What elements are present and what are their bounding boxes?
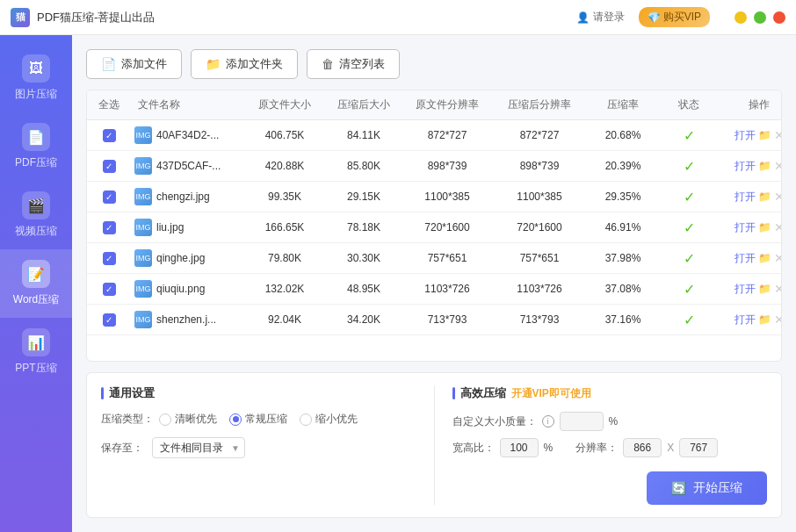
folder-icon[interactable]: 📁 bbox=[758, 129, 771, 141]
table-row: ✓ IMG liu.jpg 166.65K 78.18K 720*1600 72… bbox=[87, 212, 781, 243]
sidebar-item-image-compress[interactable]: 🖼 图片压缩 bbox=[0, 44, 72, 112]
diamond-icon: 💎 bbox=[648, 11, 661, 24]
header-select-all[interactable]: 全选 bbox=[87, 97, 131, 112]
option-clear-priority[interactable]: 清晰优先 bbox=[159, 412, 217, 427]
row-checkbox[interactable]: ✓ bbox=[87, 252, 131, 265]
delete-icon[interactable]: ✕ bbox=[774, 190, 782, 204]
open-file-button[interactable]: 打开 bbox=[734, 159, 756, 174]
res-width-input[interactable] bbox=[623, 438, 662, 457]
delete-icon[interactable]: ✕ bbox=[774, 251, 782, 265]
login-button[interactable]: 👤 请登录 bbox=[576, 10, 625, 25]
row-status: ✓ bbox=[658, 158, 720, 175]
row-checkbox[interactable]: ✓ bbox=[87, 313, 131, 327]
save-select-wrap: 文件相同目录 ▼ bbox=[152, 437, 245, 458]
open-file-button[interactable]: 打开 bbox=[734, 128, 756, 143]
open-file-button[interactable]: 打开 bbox=[734, 190, 756, 205]
add-folder-icon: 📁 bbox=[206, 57, 221, 71]
row-comp-size: 34.20K bbox=[324, 313, 403, 326]
row-ratio: 46.91% bbox=[588, 221, 658, 234]
pdf-compress-icon: 📄 bbox=[22, 123, 50, 151]
toolbar: 📄 添加文件 📁 添加文件夹 🗑 清空列表 bbox=[86, 49, 782, 79]
folder-icon[interactable]: 📁 bbox=[758, 160, 771, 172]
add-folder-button[interactable]: 📁 添加文件夹 bbox=[191, 49, 298, 79]
compress-type-row: 压缩类型： 清晰优先 常规压缩 缩小优先 bbox=[101, 412, 416, 427]
row-checkbox[interactable]: ✓ bbox=[87, 191, 131, 204]
sidebar-item-video-compress[interactable]: 🎬 视频压缩 bbox=[0, 181, 72, 249]
row-comp-res: 898*739 bbox=[491, 160, 588, 172]
maximize-button[interactable]: □ bbox=[754, 11, 766, 24]
sidebar-item-pdf-compress[interactable]: 📄 PDF压缩 bbox=[0, 112, 72, 181]
row-orig-size: 132.02K bbox=[245, 283, 324, 295]
delete-icon[interactable]: ✕ bbox=[774, 220, 782, 234]
row-comp-size: 84.11K bbox=[324, 129, 403, 141]
table-row: ✓ IMG 40AF34D2-... 406.75K 84.11K 872*72… bbox=[87, 120, 781, 151]
vip-button[interactable]: 💎 购买VIP bbox=[639, 7, 710, 27]
folder-icon[interactable]: 📁 bbox=[758, 191, 771, 203]
folder-icon[interactable]: 📁 bbox=[758, 252, 771, 264]
option-normal-compress[interactable]: 常规压缩 bbox=[229, 412, 287, 427]
delete-icon[interactable]: ✕ bbox=[774, 282, 782, 296]
row-comp-size: 30.30K bbox=[324, 252, 403, 264]
res-height-input[interactable] bbox=[679, 438, 718, 457]
sidebar-label-video: 视频压缩 bbox=[15, 224, 57, 239]
row-filename: IMG 40AF34D2-... bbox=[131, 126, 245, 144]
table-body: ✓ IMG 40AF34D2-... 406.75K 84.11K 872*72… bbox=[87, 120, 781, 361]
add-file-button[interactable]: 📄 添加文件 bbox=[86, 49, 182, 79]
row-comp-res: 713*793 bbox=[491, 313, 588, 326]
save-location-select[interactable]: 文件相同目录 bbox=[152, 437, 245, 458]
table-header: 全选 文件名称 原文件大小 压缩后大小 原文件分辨率 压缩后分辨率 bbox=[87, 90, 781, 120]
table-row: ✓ IMG chengzi.jpg 99.35K 29.15K 1100*385… bbox=[87, 182, 781, 212]
start-compress-button[interactable]: 🔄 开始压缩 bbox=[647, 471, 767, 505]
row-checkbox[interactable]: ✓ bbox=[87, 283, 131, 296]
close-button[interactable]: ✕ bbox=[773, 11, 785, 24]
info-icon[interactable]: i bbox=[542, 415, 554, 428]
minimize-button[interactable]: — bbox=[734, 11, 747, 24]
title-controls: 👤 请登录 💎 购买VIP — □ ✕ bbox=[576, 7, 785, 27]
folder-icon[interactable]: 📁 bbox=[758, 313, 771, 326]
sidebar-label-image: 图片压缩 bbox=[15, 87, 57, 102]
window-controls: — □ ✕ bbox=[734, 11, 785, 24]
open-file-button[interactable]: 打开 bbox=[734, 313, 756, 327]
high-eff-title: 高效压缩 开通VIP即可使用 bbox=[452, 385, 768, 401]
radio-circle-normal bbox=[229, 413, 242, 426]
quality-input[interactable] bbox=[560, 412, 604, 431]
row-ratio: 37.98% bbox=[588, 252, 658, 264]
file-icon: IMG bbox=[134, 126, 152, 144]
folder-icon[interactable]: 📁 bbox=[758, 221, 771, 234]
open-file-button[interactable]: 打开 bbox=[734, 220, 756, 235]
high-eff-settings: 高效压缩 开通VIP即可使用 自定义大小质量： i % 宽高比： % 分辨率： … bbox=[435, 385, 768, 505]
row-comp-res: 720*1600 bbox=[491, 221, 588, 234]
quality-row: 自定义大小质量： i % bbox=[452, 412, 768, 431]
sidebar-label-word: Word压缩 bbox=[13, 292, 59, 307]
vip-link[interactable]: 开通VIP即可使用 bbox=[511, 386, 591, 401]
row-orig-size: 92.04K bbox=[245, 313, 324, 326]
sidebar-item-ppt-compress[interactable]: 📊 PPT压缩 bbox=[0, 318, 72, 386]
row-filename: IMG chengzi.jpg bbox=[131, 188, 245, 205]
clear-list-button[interactable]: 🗑 清空列表 bbox=[307, 49, 400, 79]
header-orig-size: 原文件大小 bbox=[245, 97, 324, 112]
delete-icon[interactable]: ✕ bbox=[774, 313, 782, 327]
row-checkbox[interactable]: ✓ bbox=[87, 129, 131, 142]
row-checkbox[interactable]: ✓ bbox=[87, 221, 131, 234]
sidebar-label-ppt: PPT压缩 bbox=[15, 361, 56, 376]
row-filename: IMG shenzhen.j... bbox=[131, 311, 245, 328]
delete-icon[interactable]: ✕ bbox=[774, 128, 782, 142]
header-ratio: 压缩率 bbox=[588, 97, 658, 112]
open-file-button[interactable]: 打开 bbox=[734, 282, 756, 297]
open-file-button[interactable]: 打开 bbox=[734, 251, 756, 266]
row-orig-size: 99.35K bbox=[245, 191, 324, 203]
row-orig-res: 872*727 bbox=[403, 129, 491, 141]
header-filename: 文件名称 bbox=[131, 97, 245, 112]
option-size-priority[interactable]: 缩小优先 bbox=[300, 412, 358, 427]
row-checkbox[interactable]: ✓ bbox=[87, 160, 131, 173]
user-icon: 👤 bbox=[576, 11, 590, 24]
row-action: 打开 📁 ✕ bbox=[720, 128, 781, 143]
row-comp-res: 872*727 bbox=[491, 129, 588, 141]
folder-icon[interactable]: 📁 bbox=[758, 283, 771, 295]
ratio-input[interactable] bbox=[500, 438, 539, 457]
row-orig-size: 166.65K bbox=[245, 221, 324, 234]
refresh-icon: 🔄 bbox=[671, 481, 686, 495]
delete-icon[interactable]: ✕ bbox=[774, 159, 782, 173]
sidebar-item-word-compress[interactable]: 📝 Word压缩 bbox=[0, 249, 72, 318]
row-action: 打开 📁 ✕ bbox=[720, 251, 781, 266]
